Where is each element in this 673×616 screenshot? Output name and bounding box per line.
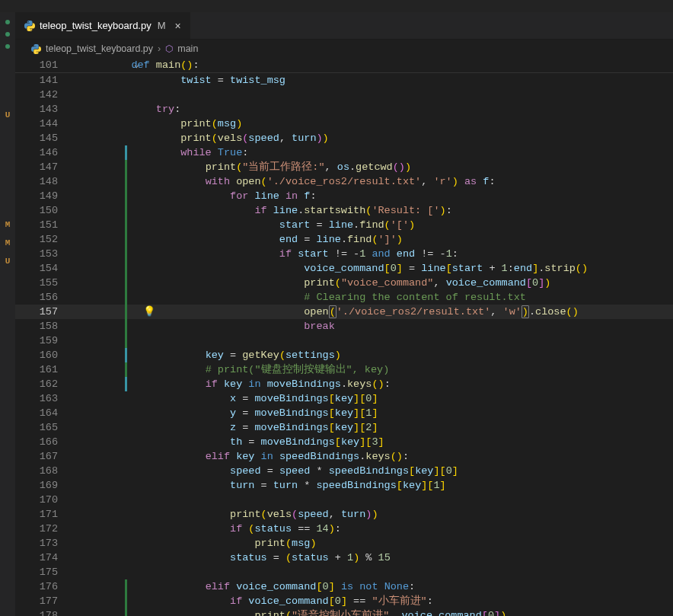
code-content[interactable]: elif voice_command[0] is not None: (107, 579, 415, 594)
code-content[interactable]: open('./voice_ros2/result.txt', 'w').clo… (107, 305, 579, 319)
code-content[interactable]: turn = turn * speedBindings[key][1] (107, 478, 446, 493)
line-number[interactable]: 170 (15, 493, 62, 507)
line-number[interactable]: 166 (15, 435, 62, 449)
line-number[interactable]: 171 (15, 507, 62, 522)
code-line[interactable]: 156 # Clearing the content of result.txt (15, 290, 673, 305)
code-content[interactable]: voice_command[0] = line[start + 1:end].s… (107, 261, 588, 276)
code-content[interactable]: if line.startswith('Result: ['): (107, 203, 452, 218)
code-line[interactable]: 178 print("语音控制小车前进", voice_command[0]) (15, 608, 673, 616)
code-content[interactable]: if (status == 14): (107, 522, 341, 536)
breadcrumb-symbol[interactable]: main (177, 43, 198, 54)
code-line[interactable]: 164 y = moveBindings[key][1] (15, 406, 673, 420)
code-line[interactable]: 169 turn = turn * speedBindings[key][1] (15, 478, 673, 493)
code-line[interactable]: 172 if (status == 14): (15, 522, 673, 536)
code-line[interactable]: 162 if key in moveBindings.keys(): (15, 377, 673, 391)
code-content[interactable]: break (107, 319, 335, 334)
breadcrumb[interactable]: teleop_twist_keyboard.py › ⬡ main (15, 40, 673, 58)
line-number[interactable]: 153 (15, 247, 62, 261)
tab-bar[interactable]: teleop_twist_keyboard.py M × (15, 12, 673, 40)
line-number[interactable]: 143 (15, 102, 62, 116)
code-line[interactable]: 149 for line in f: (15, 189, 673, 203)
code-content[interactable]: def main(): (107, 58, 199, 72)
code-line[interactable]: 170 (15, 493, 673, 507)
code-content[interactable]: print(vels(speed, turn)) (107, 507, 378, 522)
code-line[interactable]: 160 key = getKey(settings) (15, 348, 673, 362)
line-number[interactable]: 145 (15, 131, 62, 145)
line-number[interactable]: 150 (15, 203, 62, 218)
code-content[interactable]: print("语音控制小车前进", voice_command[0]) (107, 608, 506, 616)
code-line[interactable]: 159 (15, 334, 673, 348)
code-content[interactable]: start = line.find('[') (107, 218, 415, 232)
code-content[interactable]: y = moveBindings[key][1] (107, 406, 378, 420)
code-line[interactable]: 158 break (15, 319, 673, 334)
code-line[interactable]: 142 (15, 88, 673, 102)
code-content[interactable]: for line in f: (107, 189, 317, 203)
code-content[interactable]: twist = twist_msg (107, 73, 285, 88)
line-number[interactable]: 173 (15, 536, 62, 551)
line-number[interactable]: 154 (15, 261, 62, 276)
code-content[interactable]: print("当前工作路径:", os.getcwd()) (107, 160, 411, 174)
line-number[interactable]: 142 (15, 88, 62, 102)
code-line[interactable]: 148 with open('./voice_ros2/result.txt',… (15, 174, 673, 189)
code-line[interactable]: 155 print("voice_command", voice_command… (15, 276, 673, 290)
line-number[interactable]: 178 (15, 608, 62, 616)
code-line[interactable]: 150 if line.startswith('Result: ['): (15, 203, 673, 218)
code-line[interactable]: 161 # print("键盘控制按键输出", key) (15, 362, 673, 377)
code-content[interactable]: print(msg) (107, 116, 242, 131)
code-line[interactable]: 174 status = (status + 1) % 15 (15, 551, 673, 565)
code-line[interactable]: 152 end = line.find(']') (15, 232, 673, 247)
line-number[interactable]: 144 (15, 116, 62, 131)
line-number[interactable]: 155 (15, 276, 62, 290)
code-line[interactable]: 176 elif voice_command[0] is not None: (15, 579, 673, 594)
code-line[interactable]: 175 (15, 565, 673, 579)
line-number[interactable]: 164 (15, 406, 62, 420)
line-number[interactable]: 152 (15, 232, 62, 247)
code-editor[interactable]: 101⌄ def main():141 twist = twist_msg142… (15, 58, 673, 616)
code-line[interactable]: 165 z = moveBindings[key][2] (15, 420, 673, 435)
line-number[interactable]: 163 (15, 391, 62, 406)
code-content[interactable]: speed = speed * speedBindings[key][0] (107, 464, 458, 478)
code-line[interactable]: 146 while True: (15, 145, 673, 160)
code-line[interactable]: 166 th = moveBindings[key][3] (15, 435, 673, 449)
code-line[interactable]: 144 print(msg) (15, 116, 673, 131)
code-content[interactable]: end = line.find(']') (107, 232, 403, 247)
code-line[interactable]: 168 speed = speed * speedBindings[key][0… (15, 464, 673, 478)
line-number[interactable]: 169 (15, 478, 62, 493)
line-number[interactable]: 149 (15, 189, 62, 203)
line-number[interactable]: 162 (15, 377, 62, 391)
line-number[interactable]: 161 (15, 362, 62, 377)
line-number[interactable]: 159 (15, 334, 62, 348)
code-line[interactable]: 157💡 open('./voice_ros2/result.txt', 'w'… (15, 305, 673, 319)
line-number[interactable]: 174 (15, 551, 62, 565)
code-content[interactable]: th = moveBindings[key][3] (107, 435, 384, 449)
line-number[interactable]: 151 (15, 218, 62, 232)
code-content[interactable]: with open('./voice_ros2/result.txt', 'r'… (107, 174, 495, 189)
tab-active[interactable]: teleop_twist_keyboard.py M × (15, 12, 191, 39)
code-content[interactable]: while True: (107, 145, 248, 160)
tab-close-icon[interactable]: × (175, 20, 181, 32)
line-number[interactable]: 175 (15, 565, 62, 579)
code-content[interactable]: elif key in speedBindings.keys(): (107, 449, 409, 464)
code-content[interactable]: print("voice_command", voice_command[0]) (107, 276, 550, 290)
code-line[interactable]: 147 print("当前工作路径:", os.getcwd()) (15, 160, 673, 174)
code-line[interactable]: 167 elif key in speedBindings.keys(): (15, 449, 673, 464)
line-number[interactable]: 101 (15, 58, 62, 72)
line-number[interactable]: 147 (15, 160, 62, 174)
code-line[interactable]: 141 twist = twist_msg (15, 73, 673, 88)
code-line[interactable]: 153 if start != -1 and end != -1: (15, 247, 673, 261)
code-content[interactable]: z = moveBindings[key][2] (107, 420, 378, 435)
line-number[interactable]: 146 (15, 145, 62, 160)
code-content[interactable]: if start != -1 and end != -1: (107, 247, 458, 261)
line-number[interactable]: 160 (15, 348, 62, 362)
code-line[interactable]: 143 try: (15, 102, 673, 116)
line-number[interactable]: 167 (15, 449, 62, 464)
line-number[interactable]: 172 (15, 522, 62, 536)
code-content[interactable]: x = moveBindings[key][0] (107, 391, 378, 406)
code-content[interactable]: if key in moveBindings.keys(): (107, 377, 391, 391)
code-content[interactable]: if voice_command[0] == "小车前进": (107, 594, 433, 608)
code-content[interactable]: key = getKey(settings) (107, 348, 341, 362)
line-number[interactable]: 156 (15, 290, 62, 305)
code-line[interactable]: 151 start = line.find('[') (15, 218, 673, 232)
code-content[interactable]: # Clearing the content of result.txt (107, 290, 526, 305)
code-content[interactable]: print(vels(speed, turn)) (107, 131, 329, 145)
